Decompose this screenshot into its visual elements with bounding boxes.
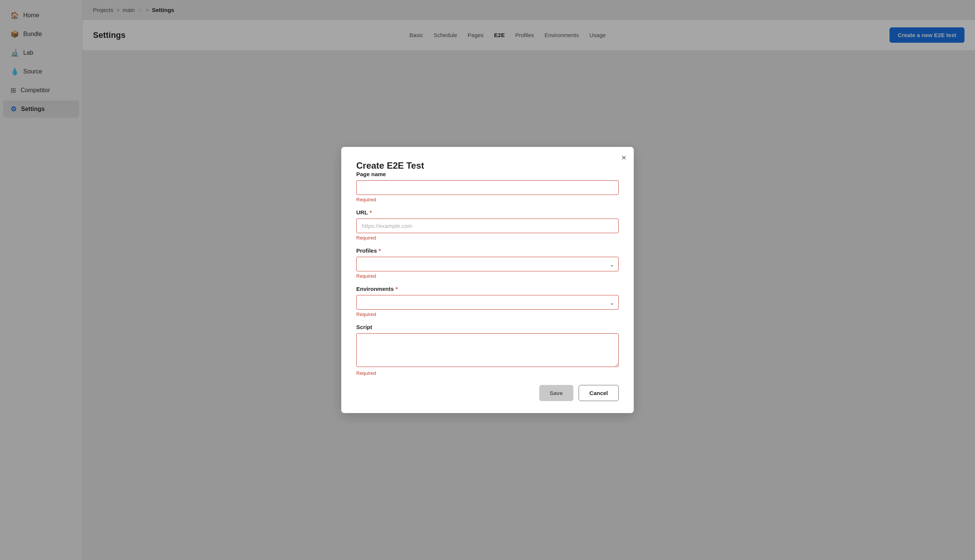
profiles-select[interactable]: [356, 257, 619, 272]
script-label: Script: [356, 324, 619, 330]
url-error: Required: [356, 235, 619, 241]
script-error: Required: [356, 370, 619, 376]
form-group-profiles: Profiles * ⌄ Required: [356, 247, 619, 279]
environments-select[interactable]: [356, 295, 619, 310]
script-textarea[interactable]: [356, 333, 619, 367]
create-e2e-modal: Create E2E Test × Page name Required URL…: [341, 147, 634, 413]
modal-overlay: Create E2E Test × Page name Required URL…: [0, 0, 975, 560]
form-group-script: Script Required: [356, 324, 619, 376]
environments-label: Environments *: [356, 286, 619, 292]
cancel-button[interactable]: Cancel: [579, 385, 619, 401]
form-group-url: URL * Required: [356, 209, 619, 241]
page-name-error: Required: [356, 197, 619, 202]
url-input[interactable]: [356, 218, 619, 233]
environments-error: Required: [356, 312, 619, 317]
modal-footer: Save Cancel: [356, 385, 619, 401]
profiles-label: Profiles *: [356, 247, 619, 254]
form-group-environments: Environments * ⌄ Required: [356, 286, 619, 317]
url-required-star: *: [370, 210, 372, 215]
page-name-label: Page name: [356, 171, 619, 177]
profiles-select-wrapper: ⌄: [356, 257, 619, 272]
save-button[interactable]: Save: [539, 385, 573, 401]
profiles-required-star: *: [379, 248, 381, 254]
profiles-error: Required: [356, 273, 619, 279]
page-name-input[interactable]: [356, 180, 619, 195]
modal-title: Create E2E Test: [356, 160, 424, 170]
environments-select-wrapper: ⌄: [356, 295, 619, 310]
environments-required-star: *: [396, 286, 397, 292]
modal-close-button[interactable]: ×: [621, 154, 626, 162]
form-group-page-name: Page name Required: [356, 171, 619, 202]
url-label: URL *: [356, 209, 619, 215]
